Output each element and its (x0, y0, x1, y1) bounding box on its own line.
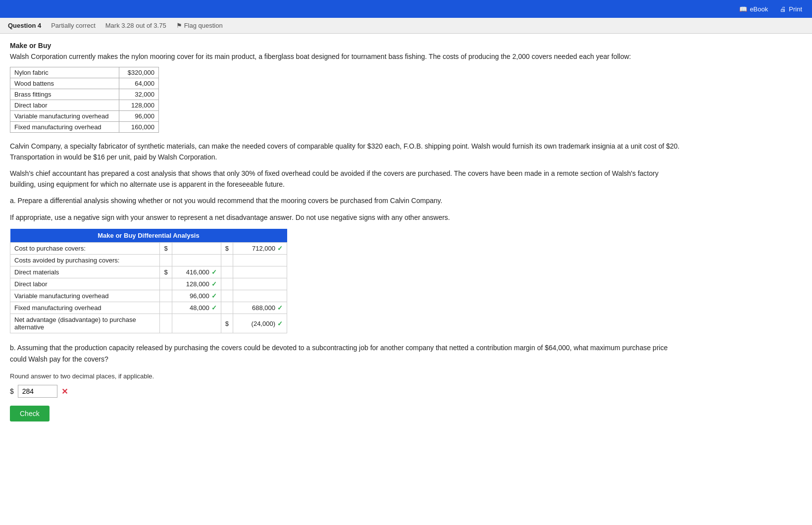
cost-value: 64,000 (119, 78, 159, 89)
row-label: Direct materials (10, 266, 160, 278)
col1-value: 416,000✓ (172, 266, 221, 278)
table-row: Direct materials$416,000✓ (10, 266, 287, 278)
col2-value: (24,000)✓ (233, 314, 287, 333)
list-item: Wood battens64,000 (10, 78, 159, 89)
table-row: Net advantage (disadvantage) to purchase… (10, 314, 287, 333)
col1-value: 96,000✓ (172, 290, 221, 302)
col2-value (233, 255, 287, 266)
part-a-instruction: a. Prepare a differential analysis showi… (10, 195, 683, 206)
mark-display: Mark 3.28 out of 3.75 (105, 22, 166, 29)
question-bar: Question 4 Partially correct Mark 3.28 o… (0, 18, 812, 34)
col1-value: 128,000✓ (172, 278, 221, 290)
col2-dollar (221, 302, 233, 314)
col1-value (172, 314, 221, 333)
intro-text: Walsh Corporation currently makes the ny… (10, 52, 683, 62)
wrong-icon: ✕ (61, 387, 68, 396)
col2-dollar (221, 278, 233, 290)
cost-value: $320,000 (119, 67, 159, 78)
print-icon: 🖨 (780, 5, 786, 13)
col1-dollar (160, 314, 172, 333)
diff-analysis-table: Make or Buy Differential Analysis Cost t… (10, 229, 287, 333)
round-note: Round answer to two decimal places, if a… (10, 372, 683, 380)
narrative1: Calvin Company, a specialty fabricator o… (10, 141, 683, 163)
col2-value: 712,000✓ (233, 243, 287, 255)
cost-value: 32,000 (119, 89, 159, 100)
col2-dollar (221, 266, 233, 278)
list-item: Direct labor128,000 (10, 100, 159, 111)
ebook-label: eBook (750, 5, 768, 13)
flag-icon: ⚑ (176, 22, 182, 29)
check-button[interactable]: Check (10, 406, 50, 421)
list-item: Brass fittings32,000 (10, 89, 159, 100)
narrative2: Walsh's chief accountant has prepared a … (10, 168, 683, 190)
part-b-text: b. Assuming that the production capacity… (10, 342, 683, 365)
cost-label: Fixed manufacturing overhead (10, 122, 119, 133)
top-bar: 📖 eBook 🖨 Print (0, 0, 812, 18)
col2-dollar (221, 255, 233, 266)
row-label: Cost to purchase covers: (10, 243, 160, 255)
row-label: Fixed manufacturing overhead (10, 302, 160, 314)
col1-value (172, 255, 221, 266)
table-row: Fixed manufacturing overhead48,000✓688,0… (10, 302, 287, 314)
table-row: Direct labor128,000✓ (10, 278, 287, 290)
flag-label: Flag question (184, 22, 223, 29)
print-button[interactable]: 🖨 Print (780, 5, 802, 13)
main-content: Make or Buy Walsh Corporation currently … (0, 34, 693, 429)
ebook-icon: 📖 (739, 5, 747, 13)
question-number: Question 4 (8, 22, 41, 29)
section-title: Make or Buy (10, 42, 683, 50)
cost-label: Direct labor (10, 100, 119, 111)
col2-dollar: $ (221, 243, 233, 255)
cost-label: Variable manufacturing overhead (10, 111, 119, 122)
col2-value (233, 266, 287, 278)
table-row: Variable manufacturing overhead96,000✓ (10, 290, 287, 302)
col1-dollar (160, 278, 172, 290)
table-row: Costs avoided by purchasing covers: (10, 255, 287, 266)
col1-value (172, 243, 221, 255)
cost-value: 128,000 (119, 100, 159, 111)
flag-question-button[interactable]: ⚑ Flag question (176, 22, 223, 29)
cost-value: 96,000 (119, 111, 159, 122)
answer-input[interactable] (18, 385, 57, 398)
col1-dollar: $ (160, 266, 172, 278)
col1-value: 48,000✓ (172, 302, 221, 314)
status-badge: Partially correct (51, 22, 96, 29)
row-label: Variable manufacturing overhead (10, 290, 160, 302)
diff-table-title: Make or Buy Differential Analysis (10, 229, 287, 243)
cost-table: Nylon fabric$320,000Wood battens64,000Br… (10, 67, 159, 133)
col2-value: 688,000✓ (233, 302, 287, 314)
row-label: Net advantage (disadvantage) to purchase… (10, 314, 160, 333)
cost-label: Nylon fabric (10, 67, 119, 78)
col2-value (233, 278, 287, 290)
row-label: Costs avoided by purchasing covers: (10, 255, 160, 266)
answer-row: $ ✕ (10, 385, 683, 398)
list-item: Variable manufacturing overhead96,000 (10, 111, 159, 122)
cost-label: Brass fittings (10, 89, 119, 100)
col1-dollar (160, 302, 172, 314)
col2-dollar: $ (221, 314, 233, 333)
print-label: Print (789, 5, 802, 13)
part-a-note: If appropriate, use a negative sign with… (10, 212, 683, 223)
col1-dollar (160, 255, 172, 266)
col1-dollar: $ (160, 243, 172, 255)
ebook-button[interactable]: 📖 eBook (739, 5, 768, 13)
row-label: Direct labor (10, 278, 160, 290)
cost-label: Wood battens (10, 78, 119, 89)
list-item: Fixed manufacturing overhead160,000 (10, 122, 159, 133)
list-item: Nylon fabric$320,000 (10, 67, 159, 78)
col1-dollar (160, 290, 172, 302)
cost-value: 160,000 (119, 122, 159, 133)
col2-value (233, 290, 287, 302)
dollar-label: $ (10, 387, 14, 395)
col2-dollar (221, 290, 233, 302)
table-row: Cost to purchase covers:$$712,000✓ (10, 243, 287, 255)
